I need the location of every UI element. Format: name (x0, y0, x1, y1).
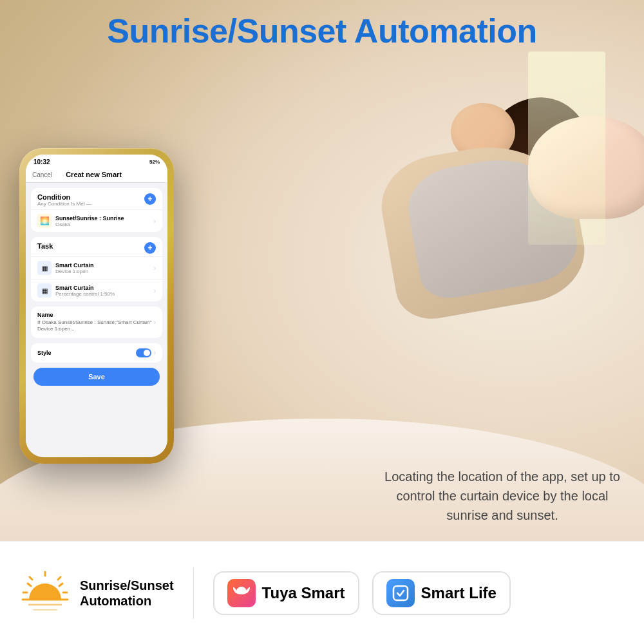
curtain-task-icon-2: ▦ (37, 283, 52, 298)
task-item-2[interactable]: ▦ Smart Curtain Percentage control 1:50%… (31, 279, 162, 301)
tuya-icon (227, 579, 256, 607)
svg-line-1 (58, 577, 61, 580)
nav-title: Creat new Smart (66, 171, 122, 178)
sunrise-line2: Automation (80, 594, 151, 608)
task-item-2-text: Smart Curtain Percentage control 1:50% (55, 285, 150, 297)
chevron-right-icon-5: › (154, 349, 156, 356)
curtain-task-icon-1: ▦ (37, 261, 52, 275)
chevron-right-icon-4: › (154, 319, 156, 326)
sunrise-label: Sunrise/Sunset Automation (80, 578, 174, 609)
task-item-1[interactable]: ▦ Smart Curtain Device 1:open › (31, 256, 162, 279)
name-card: Name If Osaka Sunset/Sunrise : Sunrise;"… (31, 307, 162, 338)
style-label: Style (37, 350, 52, 356)
chevron-right-icon: › (154, 218, 156, 225)
task-item-2-main: Smart Curtain (55, 285, 150, 291)
status-time: 10:32 (33, 158, 50, 166)
condition-card: Condition Any Condition Is Met — + 🌅 Sun… (31, 188, 162, 232)
status-bar: 10:32 52% (26, 155, 167, 168)
smart-life-badge[interactable]: Smart Life (372, 571, 511, 615)
tuya-app-name: Tuya Smart (262, 584, 345, 602)
name-label: Name (37, 312, 154, 318)
phone-nav-bar: Cancel Creat new Smart (26, 168, 167, 183)
task-item-1-text: Smart Curtain Device 1:open (55, 262, 150, 274)
condition-item[interactable]: 🌅 Sunset/Sunrise : Sunrise Osaka › (31, 209, 162, 232)
task-card: Task + ▦ Smart Curtain Device 1:open › ▦ (31, 237, 162, 301)
chevron-right-icon-2: › (154, 265, 156, 272)
page-title: Sunrise/Sunset Automation (107, 12, 536, 50)
svg-line-6 (28, 583, 31, 586)
task-item-1-main: Smart Curtain (55, 262, 150, 269)
window-light (528, 52, 605, 245)
smartlife-icon (386, 579, 415, 607)
battery-indicator: 52% (149, 159, 160, 165)
condition-header: Condition Any Condition Is Met — + (31, 188, 162, 209)
condition-item-main: Sunset/Sunrise : Sunrise (55, 215, 150, 222)
add-task-button[interactable]: + (144, 242, 156, 254)
phone-frame: 10:32 52% Cancel Creat new Smart Conditi… (19, 148, 174, 464)
save-button[interactable]: Save (33, 368, 160, 386)
name-value: If Osaka Sunset/Sunrise : Sunrise;"Smart… (37, 319, 154, 333)
bottom-bar: Sunrise/Sunset Automation Tuya Smart Sma… (0, 541, 644, 644)
style-right: › (136, 348, 156, 357)
tuya-smart-badge[interactable]: Tuya Smart (213, 571, 359, 615)
name-row: Name If Osaka Sunset/Sunrise : Sunrise;"… (37, 312, 156, 333)
condition-item-sub: Osaka (55, 222, 150, 227)
description-section: Locating the location of the app, set up… (380, 467, 625, 525)
sunrise-icon (19, 571, 71, 616)
cancel-button[interactable]: Cancel (32, 171, 52, 178)
status-icons: 52% (149, 159, 160, 165)
condition-header-text: Condition Any Condition Is Met — (37, 193, 91, 207)
chevron-right-icon-3: › (154, 287, 156, 294)
smartlife-app-name: Smart Life (421, 584, 497, 602)
name-content: Name If Osaka Sunset/Sunrise : Sunrise;"… (37, 312, 154, 333)
style-toggle[interactable] (136, 348, 151, 357)
sunrise-condition-icon: 🌅 (37, 214, 52, 228)
phone-screen: 10:32 52% Cancel Creat new Smart Conditi… (26, 155, 167, 457)
task-item-2-sub: Percentage control 1:50% (55, 291, 150, 297)
svg-line-3 (30, 577, 32, 580)
sunrise-section: Sunrise/Sunset Automation (19, 571, 174, 616)
task-item-1-sub: Device 1:open (55, 269, 150, 274)
sunrise-line1: Sunrise/Sunset (80, 578, 174, 592)
style-card: Style › (31, 343, 162, 363)
condition-subtitle: Any Condition Is Met — (37, 201, 91, 207)
add-condition-button[interactable]: + (144, 193, 156, 205)
sunrise-label-text: Sunrise/Sunset Automation (80, 578, 174, 609)
divider-1 (193, 567, 194, 619)
svg-line-5 (59, 583, 62, 586)
phone-content: Condition Any Condition Is Met — + 🌅 Sun… (26, 183, 167, 457)
task-title: Task (37, 242, 53, 250)
header: Sunrise/Sunset Automation (0, 12, 644, 50)
condition-title: Condition (37, 193, 91, 201)
task-header: Task + (31, 237, 162, 256)
condition-item-text: Sunset/Sunrise : Sunrise Osaka (55, 215, 150, 227)
description-text: Locating the location of the app, set up… (380, 467, 625, 525)
svg-rect-10 (393, 586, 408, 600)
phone-mockup: 10:32 52% Cancel Creat new Smart Conditi… (19, 148, 174, 464)
